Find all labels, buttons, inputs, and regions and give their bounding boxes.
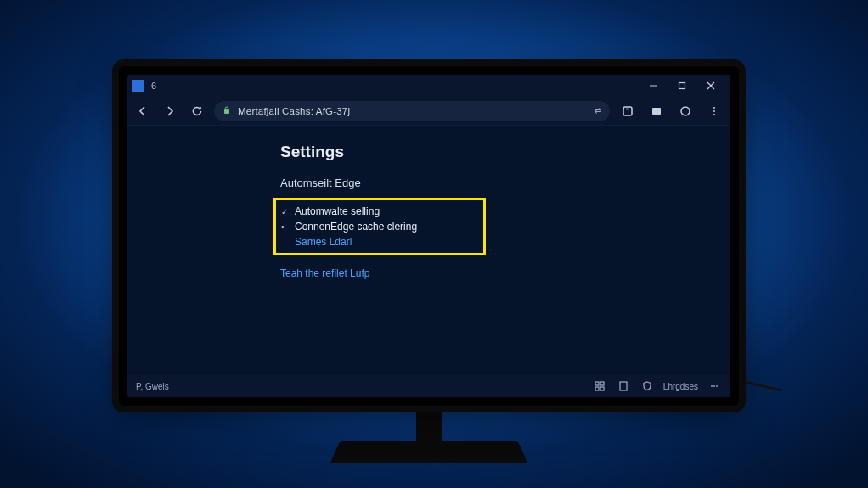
toggle-icon[interactable]: ⇄ bbox=[595, 106, 601, 115]
check-icon: ✓ bbox=[281, 207, 290, 216]
address-text: Mertafjall Cashs: AfG-37j bbox=[238, 106, 588, 116]
svg-rect-1 bbox=[679, 83, 685, 89]
status-more-icon[interactable] bbox=[707, 379, 722, 394]
page-title: Settings bbox=[280, 143, 730, 161]
svg-rect-15 bbox=[620, 382, 627, 390]
forward-button[interactable] bbox=[160, 101, 180, 121]
profile-icon[interactable] bbox=[674, 100, 696, 122]
screen: 6 bbox=[127, 75, 730, 397]
minimize-button[interactable] bbox=[639, 75, 668, 97]
tab-title[interactable]: 6 bbox=[151, 81, 156, 91]
status-page-icon[interactable] bbox=[616, 379, 631, 394]
option-label: Automwalte selling bbox=[295, 205, 380, 217]
svg-point-18 bbox=[716, 385, 718, 387]
section-title: Automseilt Edge bbox=[280, 177, 730, 189]
status-grid-icon[interactable] bbox=[592, 379, 607, 394]
statusbar: P, Gwels Lhrgdses bbox=[127, 375, 730, 397]
refresh-button[interactable] bbox=[187, 101, 207, 121]
option-label: ConnenEdge cache clering bbox=[295, 221, 417, 233]
menu-icon[interactable] bbox=[703, 100, 725, 122]
app-icon bbox=[132, 80, 144, 92]
option-cache-clearing[interactable]: • ConnenEdge cache clering bbox=[281, 219, 476, 234]
share-icon[interactable] bbox=[617, 100, 639, 122]
close-button[interactable] bbox=[696, 75, 725, 97]
svg-point-17 bbox=[713, 385, 715, 387]
bullet-icon: • bbox=[281, 222, 290, 232]
svg-rect-5 bbox=[623, 107, 632, 115]
svg-point-10 bbox=[713, 114, 715, 115]
svg-point-16 bbox=[711, 385, 713, 387]
status-shield-icon[interactable] bbox=[640, 379, 655, 394]
monitor-frame: 6 bbox=[119, 66, 739, 406]
maximize-button[interactable] bbox=[668, 75, 696, 97]
collections-icon[interactable] bbox=[645, 100, 668, 122]
svg-rect-4 bbox=[224, 109, 229, 114]
option-auto-setting[interactable]: ✓ Automwalte selling bbox=[281, 204, 476, 219]
toolbar: Mertafjall Cashs: AfG-37j ⇄ bbox=[127, 97, 730, 126]
svg-point-7 bbox=[681, 107, 690, 115]
svg-rect-12 bbox=[600, 382, 604, 385]
titlebar: 6 bbox=[127, 75, 730, 97]
back-button[interactable] bbox=[132, 101, 153, 121]
svg-rect-14 bbox=[600, 387, 604, 390]
status-left: P, Gwels bbox=[136, 382, 169, 391]
option-label: Sames Ldarl bbox=[295, 236, 352, 248]
monitor-stand-base bbox=[330, 441, 527, 463]
svg-point-9 bbox=[713, 110, 715, 112]
svg-rect-6 bbox=[652, 108, 661, 115]
reset-link[interactable]: Teah the refilet Lufp bbox=[280, 267, 730, 279]
svg-rect-13 bbox=[595, 387, 599, 390]
option-sames[interactable]: Sames Ldarl bbox=[281, 234, 476, 250]
lock-icon bbox=[223, 106, 231, 116]
page-content: Settings Automseilt Edge ✓ Automwalte se… bbox=[127, 126, 730, 375]
status-right-label[interactable]: Lhrgdses bbox=[663, 382, 698, 391]
address-bar[interactable]: Mertafjall Cashs: AfG-37j ⇄ bbox=[214, 101, 610, 121]
svg-rect-11 bbox=[595, 382, 599, 385]
highlight-box: ✓ Automwalte selling • ConnenEdge cache … bbox=[273, 198, 486, 255]
svg-point-8 bbox=[713, 107, 715, 109]
